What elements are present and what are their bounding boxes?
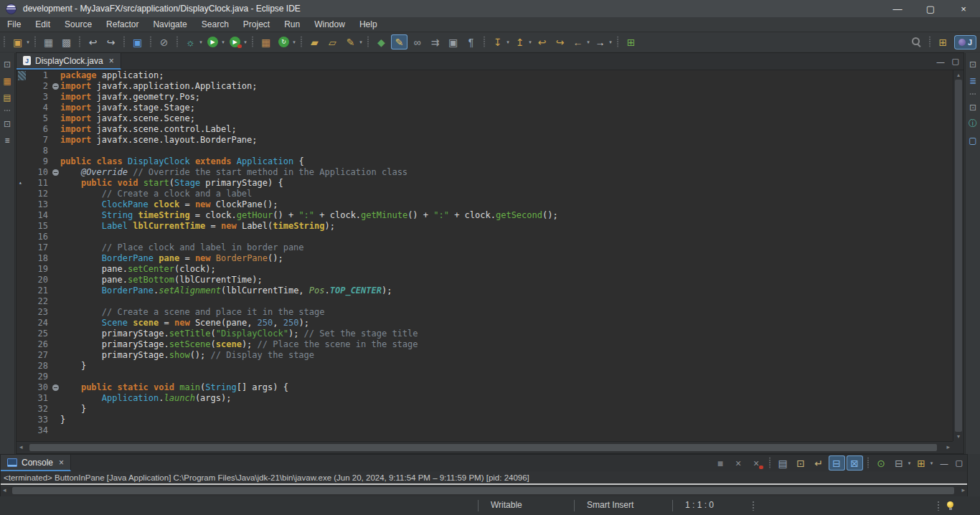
back-icon[interactable]: ← [570,34,586,49]
annotation-gutter[interactable] [17,242,27,253]
new-wizard-dropdown-icon[interactable]: ▾ [25,39,31,45]
fold-gutter[interactable] [50,350,60,361]
console-horizontal-scrollbar[interactable]: ◂ ▸ [1,486,967,496]
fold-gutter[interactable] [50,189,60,199]
menu-help[interactable]: Help [352,18,385,31]
outline-icon[interactable]: ≣ [966,74,980,88]
run-external-dropdown-icon[interactable]: ▾ [242,39,248,45]
coverage-icon[interactable]: ▦ [258,34,274,49]
code-line[interactable]: 22 [17,296,953,307]
save-icon[interactable]: ▦ [40,34,57,49]
code-line[interactable]: 34 [17,425,953,436]
vertical-scroll-thumb[interactable] [955,80,962,432]
display-console-dropdown-icon[interactable]: ▾ [907,460,913,466]
minimize-window-button[interactable]: — [881,0,914,17]
import-folder-icon[interactable]: ▰ [306,34,323,49]
code-line[interactable]: 32 } [17,404,953,415]
code-line[interactable]: 30 public static void main(String[] args… [17,382,953,393]
fold-gutter[interactable] [50,103,60,113]
forward-arrow-icon[interactable]: ↪ [103,34,119,49]
fold-gutter[interactable] [50,275,60,285]
collapse-icon[interactable] [52,83,59,90]
menu-navigate[interactable]: Navigate [146,18,194,31]
code-line[interactable]: 29 [17,372,953,382]
collapse-icon[interactable] [52,169,59,176]
display-console-icon[interactable]: ⊟ [891,455,908,471]
annotation-gutter[interactable]: ▴ [17,178,27,189]
code-line[interactable]: 18 BorderPane pane = new BorderPane(); [17,253,953,264]
next-annotation-icon[interactable]: ⇉ [427,34,443,49]
menu-source[interactable]: Source [57,18,99,31]
annotation-gutter[interactable] [17,415,27,425]
editor-horizontal-scrollbar[interactable]: ◂ ▸ [17,441,953,453]
annotation-gutter[interactable] [17,92,27,103]
fold-gutter[interactable] [50,318,60,329]
fold-gutter[interactable] [50,210,60,221]
annotation-gutter[interactable] [17,167,27,178]
annotation-gutter[interactable] [17,425,27,436]
code-line[interactable]: 8 [17,146,953,156]
fold-gutter[interactable] [50,285,60,296]
console-scroll-left-icon[interactable]: ◂ [3,486,6,493]
code-line[interactable]: 5import javafx.scene.Scene; [17,113,953,124]
fold-gutter[interactable] [50,167,60,178]
annotation-gutter[interactable] [17,81,27,92]
code-line[interactable]: 21 BorderPane.setAlignment(lblCurrentTim… [17,285,953,296]
open-console-icon[interactable]: ⊞ [913,455,930,471]
fold-gutter[interactable] [50,361,60,372]
fold-gutter[interactable] [50,70,60,81]
annotation-gutter[interactable] [17,113,27,124]
fold-gutter[interactable] [50,253,60,264]
new-window-icon[interactable]: ⊞ [623,34,639,49]
fold-gutter[interactable] [50,404,60,415]
code-line[interactable]: 2import javafx.application.Application; [17,81,953,92]
console-tab[interactable]: Console × [1,455,71,471]
console-scroll-thumb[interactable] [12,487,954,494]
minimize-editor-button[interactable]: — [937,57,945,66]
restore-window-button[interactable]: ▢ [914,0,947,17]
annotation-gutter[interactable] [17,350,27,361]
code-line[interactable]: 3import javafx.geometry.Pos; [17,92,953,103]
annotation-gutter[interactable] [17,189,27,199]
annotation-gutter[interactable] [17,210,27,221]
annotation-gutter[interactable] [17,361,27,372]
new-wizard-icon[interactable]: ▣ [9,34,26,49]
fold-gutter[interactable] [50,307,60,318]
fold-gutter[interactable] [50,178,60,189]
debug-dropdown-icon[interactable]: ▾ [198,39,204,45]
go-into-dropdown-icon[interactable]: ▾ [527,39,533,45]
forward-dropdown-icon[interactable]: ▾ [608,39,613,45]
scroll-left-icon[interactable]: ◂ [19,443,23,450]
last-edit-location-dropdown-icon[interactable]: ▾ [505,39,511,45]
back-dropdown-icon[interactable]: ▾ [585,39,591,45]
code-line[interactable]: 25 primaryStage.setTitle("DisplayClock")… [17,329,953,339]
menu-run[interactable]: Run [277,18,307,31]
run-icon[interactable]: ▶ [204,34,221,49]
code-line[interactable]: 19 pane.setCenter(clock); [17,264,953,275]
fold-gutter[interactable] [50,425,60,436]
pin-console-icon[interactable]: ⊙ [873,455,890,471]
help-view-icon[interactable]: ⓘ [966,117,980,131]
run-dropdown-icon[interactable]: ▾ [220,39,226,45]
annotation-gutter[interactable] [17,156,27,167]
restore-view-3-icon[interactable]: ⊡ [966,57,980,71]
fold-gutter[interactable] [50,393,60,404]
last-edit-location-icon[interactable]: ↧ [489,34,506,49]
annotation-gutter[interactable] [17,275,27,285]
annotation-gutter[interactable] [17,318,27,329]
remove-launch-icon[interactable]: × [730,455,747,471]
annotation-gutter[interactable] [17,253,27,264]
fold-gutter[interactable] [50,372,60,382]
open-console-dropdown-icon[interactable]: ▾ [929,460,935,466]
debug-icon[interactable]: ☼ [182,34,199,49]
forward-history-icon[interactable]: ↪ [552,34,568,49]
menu-edit[interactable]: Edit [28,18,57,31]
mark-brush-dropdown-icon[interactable]: ▾ [358,39,364,45]
scroll-down-icon[interactable]: ▾ [953,433,963,440]
menu-search[interactable]: Search [194,18,236,31]
annotation-gutter[interactable] [17,232,27,242]
annotation-gutter[interactable] [17,124,27,135]
fold-gutter[interactable] [50,382,60,393]
fold-gutter[interactable] [50,415,60,425]
run-external-icon[interactable]: ▶ [227,34,243,49]
